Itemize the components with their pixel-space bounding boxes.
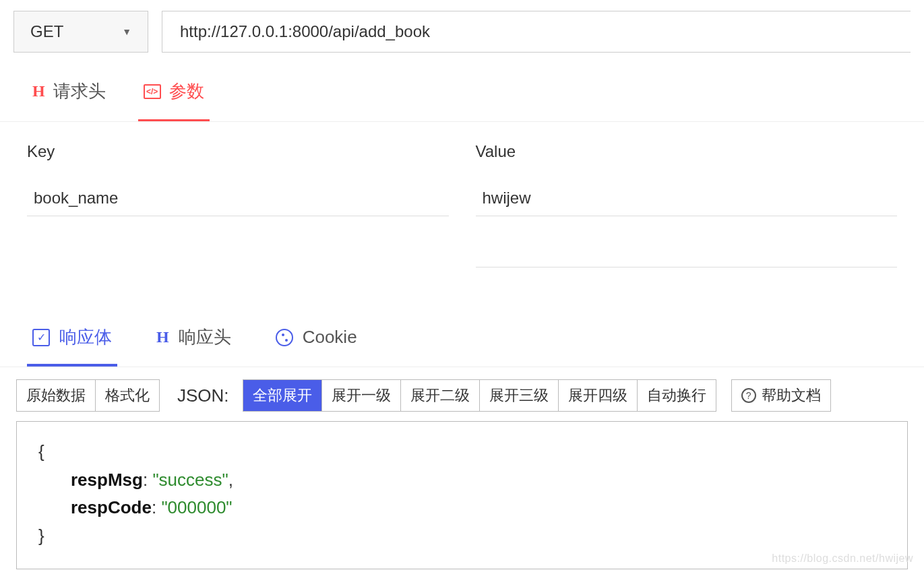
tab-response-headers[interactable]: H 响应头 xyxy=(151,319,237,367)
help-icon: ? xyxy=(741,388,756,403)
headers-icon: H xyxy=(156,328,169,346)
json-label: JSON: xyxy=(177,385,229,406)
tab-response-cookie-label: Cookie xyxy=(303,327,357,348)
tab-response-cookie[interactable]: Cookie xyxy=(270,319,363,367)
response-tabs: ✓ 响应体 H 响应头 Cookie xyxy=(0,296,924,367)
json-brace-close: } xyxy=(38,526,44,546)
expand-level1-button[interactable]: 展开一级 xyxy=(321,380,400,411)
tab-request-params-label: 参数 xyxy=(169,80,204,103)
watermark: https://blog.csdn.net/hwijew xyxy=(772,552,913,565)
help-doc-label: 帮助文档 xyxy=(762,385,821,406)
tab-response-headers-label: 响应头 xyxy=(179,325,231,349)
check-icon: ✓ xyxy=(32,329,50,346)
params-key-header: Key xyxy=(27,142,449,169)
json-string: "success" xyxy=(152,470,228,490)
json-colon: : xyxy=(152,497,161,517)
json-comma: , xyxy=(228,470,233,490)
json-key: respCode xyxy=(38,497,152,517)
expand-group: 全部展开 展开一级 展开二级 展开三级 展开四级 自动换行 xyxy=(243,379,716,412)
params-value-header: Value xyxy=(476,142,898,169)
help-doc-button[interactable]: ? 帮助文档 xyxy=(731,379,831,412)
http-method-select[interactable]: GET ▼ xyxy=(13,11,148,53)
param-value-input[interactable] xyxy=(476,180,898,216)
params-icon: </> xyxy=(144,84,161,99)
word-wrap-button[interactable]: 自动换行 xyxy=(637,380,716,411)
response-toolbar: 原始数据 格式化 JSON: 全部展开 展开一级 展开二级 展开三级 展开四级 … xyxy=(0,367,924,421)
url-input[interactable] xyxy=(162,11,911,53)
param-row xyxy=(27,180,897,216)
param-row xyxy=(27,231,897,267)
chevron-down-icon: ▼ xyxy=(122,26,131,37)
tab-request-params[interactable]: </> 参数 xyxy=(138,73,210,121)
params-section: Key Value xyxy=(0,122,924,296)
expand-level2-button[interactable]: 展开二级 xyxy=(400,380,479,411)
json-viewer: { respMsg: "success", respCode: "000000"… xyxy=(16,421,908,569)
tab-response-body-label: 响应体 xyxy=(59,325,112,349)
param-value-input[interactable] xyxy=(476,231,898,267)
expand-level3-button[interactable]: 展开三级 xyxy=(479,380,558,411)
json-colon: : xyxy=(143,470,152,490)
cookie-icon xyxy=(276,329,293,346)
tab-request-headers-label: 请求头 xyxy=(53,80,106,103)
json-key: respMsg xyxy=(38,470,143,490)
expand-all-button[interactable]: 全部展开 xyxy=(243,380,321,411)
tab-request-headers[interactable]: H 请求头 xyxy=(27,73,111,121)
request-tabs: H 请求头 </> 参数 xyxy=(0,63,924,122)
headers-icon: H xyxy=(32,82,45,100)
tab-response-body[interactable]: ✓ 响应体 xyxy=(27,319,117,367)
raw-data-button[interactable]: 原始数据 xyxy=(17,380,95,411)
http-method-value: GET xyxy=(30,22,63,41)
format-button[interactable]: 格式化 xyxy=(95,380,159,411)
json-string: "000000" xyxy=(161,497,232,517)
view-mode-group: 原始数据 格式化 xyxy=(16,379,160,412)
expand-level4-button[interactable]: 展开四级 xyxy=(558,380,637,411)
json-brace-open: { xyxy=(38,441,44,462)
param-key-input[interactable] xyxy=(27,180,449,216)
